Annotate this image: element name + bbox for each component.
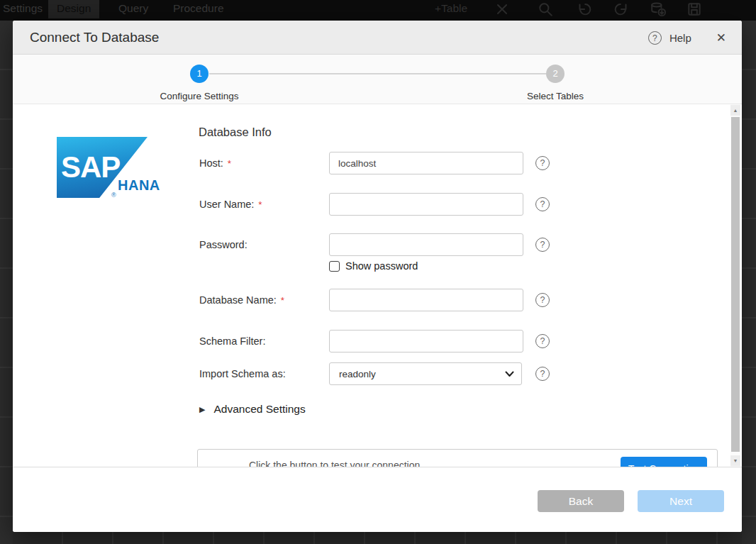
user-name-help-icon[interactable]: ? <box>535 197 550 211</box>
test-connection-section: Click the button to test your connection… <box>197 449 718 467</box>
step-2-label: Select Tables <box>484 91 626 101</box>
scroll-up-button[interactable]: ▲ <box>730 105 740 116</box>
stepper-connector-line <box>209 73 546 74</box>
sap-hana-logo: SAP ® HANA <box>55 135 183 204</box>
host-input[interactable] <box>329 152 523 174</box>
search-icon <box>538 1 553 17</box>
database-name-help-icon[interactable]: ? <box>535 293 550 307</box>
chevron-down-icon <box>505 371 514 377</box>
host-help-icon[interactable]: ? <box>535 156 550 170</box>
background-table-left <box>0 21 13 544</box>
background-table-right <box>742 21 756 544</box>
step-1-circle: 1 <box>190 65 209 83</box>
tab-settings: Settings <box>0 0 51 18</box>
import-schema-select[interactable]: readonly <box>329 362 522 385</box>
password-help-icon[interactable]: ? <box>535 238 550 252</box>
show-password-checkbox[interactable] <box>329 261 340 272</box>
background-tab-bar: Settings Design Query Procedure +Table <box>0 0 756 21</box>
help-link[interactable]: Help <box>669 32 691 44</box>
redo-icon <box>614 1 630 17</box>
password-input[interactable] <box>329 233 523 256</box>
test-connection-caption: Click the button to test your connection <box>249 460 420 467</box>
close-icon <box>494 1 510 17</box>
advanced-settings-label: Advanced Settings <box>213 403 305 416</box>
close-icon[interactable]: ✕ <box>716 30 726 45</box>
required-marker: * <box>228 158 231 169</box>
dialog-title: Connect To Database <box>30 21 159 55</box>
step-2-circle: 2 <box>546 65 565 83</box>
dialog-content: SAP ® HANA Database Info Host:* ? User N… <box>13 104 742 467</box>
required-marker: * <box>258 199 262 210</box>
content-scrollbar[interactable]: ▲ ▼ <box>730 104 740 467</box>
user-name-input[interactable] <box>329 193 523 216</box>
background-table-bottom <box>13 532 742 544</box>
host-label: Host:* <box>199 157 231 169</box>
database-name-input[interactable] <box>329 289 523 311</box>
scroll-down-button[interactable]: ▼ <box>730 455 740 466</box>
step-1-label: Configure Settings <box>128 91 270 101</box>
database-export-icon <box>650 1 666 17</box>
undo-icon <box>576 1 591 17</box>
dialog-footer: Back Next <box>13 467 742 532</box>
wizard-stepper: 1 2 Configure Settings Select Tables <box>13 55 742 104</box>
import-schema-label: Import Schema as: <box>199 368 286 379</box>
import-schema-selected-value: readonly <box>339 369 376 379</box>
sap-logo-brand: SAP <box>61 152 120 182</box>
schema-filter-label: Schema Filter: <box>199 335 265 347</box>
sap-logo-registered-mark: ® <box>111 192 116 199</box>
next-button[interactable]: Next <box>638 490 724 512</box>
caret-right-icon: ▶ <box>199 405 205 414</box>
sap-logo-product: HANA <box>118 178 160 192</box>
back-button[interactable]: Back <box>538 490 624 512</box>
import-schema-help-icon[interactable]: ? <box>535 367 550 381</box>
password-label: Password: <box>199 239 248 250</box>
tab-procedure: Procedure <box>165 0 233 18</box>
tab-query: Query <box>110 0 157 18</box>
test-connection-button[interactable]: Test Connection <box>621 457 707 467</box>
schema-filter-input[interactable] <box>329 330 523 353</box>
database-name-label: Database Name:* <box>199 294 284 306</box>
advanced-settings-toggle[interactable]: ▶ Advanced Settings <box>199 403 306 416</box>
save-icon <box>686 1 702 17</box>
show-password-label[interactable]: Show password <box>345 260 418 272</box>
tab-design: Design <box>48 0 99 18</box>
add-table-button: +Table <box>435 0 467 18</box>
user-name-label: User Name:* <box>199 199 262 210</box>
scrollbar-thumb[interactable] <box>731 117 740 452</box>
schema-filter-help-icon[interactable]: ? <box>535 334 550 348</box>
help-icon[interactable]: ? <box>648 31 662 45</box>
database-info-heading: Database Info <box>199 126 272 139</box>
required-marker: * <box>281 295 284 306</box>
dialog-header: Connect To Database ? Help ✕ <box>13 21 742 55</box>
connect-to-database-dialog: Connect To Database ? Help ✕ 1 2 Configu… <box>13 21 742 532</box>
